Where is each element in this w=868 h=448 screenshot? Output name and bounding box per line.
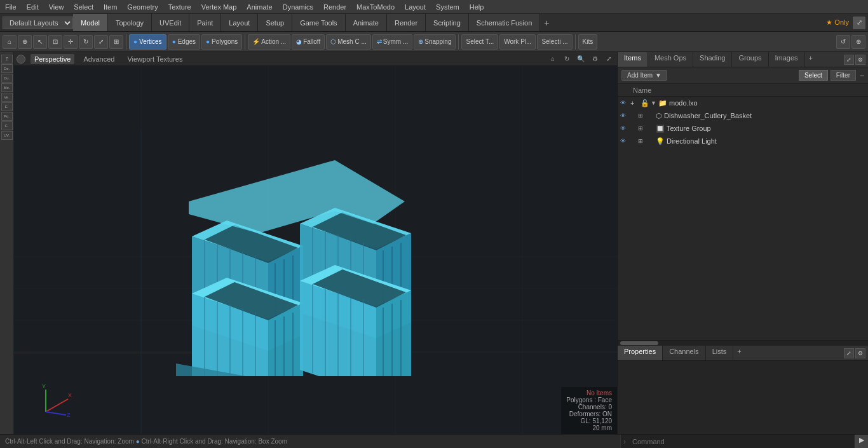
viewport-tab-perspective[interactable]: Perspective	[31, 54, 74, 64]
sidebar-btn-9[interactable]: UV.	[1, 131, 13, 140]
toolbar-symm-button[interactable]: ⇌ Symm ...	[372, 34, 412, 50]
viewport[interactable]: Perspective Advanced Viewport Textures ⌂…	[14, 52, 617, 434]
tree-eye-texture[interactable]: 👁	[620, 125, 630, 132]
toolbar-rotate-icon[interactable]: ↻	[79, 35, 93, 49]
right-tab-groups[interactable]: Groups	[732, 52, 768, 67]
toolbar-selecti-button[interactable]: Selecti ...	[537, 34, 572, 50]
sidebar-btn-8[interactable]: C.	[1, 121, 13, 130]
layout-tab-uvedit[interactable]: UVEdit	[152, 14, 189, 31]
menu-maxtomodo[interactable]: MaxToModo	[351, 2, 400, 12]
layout-tab-render[interactable]: Render	[387, 14, 426, 31]
items-select-button[interactable]: Select	[799, 70, 828, 81]
layout-tab-topology[interactable]: Topology	[108, 14, 152, 31]
tree-icon-add[interactable]: +	[630, 99, 641, 107]
sidebar-btn-3[interactable]: Du.	[1, 74, 13, 83]
lr-tab-properties[interactable]: Properties	[618, 346, 663, 360]
layout-tab-animate[interactable]: Animate	[346, 14, 387, 31]
tree-item-texture[interactable]: 👁 ⊞ 🔲 Texture Group	[618, 122, 868, 135]
viewport-tab-advanced[interactable]: Advanced	[79, 54, 118, 64]
sidebar-btn-1[interactable]: Fi.	[1, 55, 13, 64]
tree-eye-light[interactable]: 👁	[620, 138, 630, 144]
toolbar-falloff-button[interactable]: ◕ Falloff	[292, 34, 325, 50]
menu-geometry[interactable]: Geometry	[122, 2, 163, 12]
toolbar-action-button[interactable]: ⚡ Action ...	[248, 34, 290, 50]
command-area[interactable]: › ▶	[620, 435, 868, 448]
layout-expand-button[interactable]: ⤢	[853, 17, 865, 29]
items-tree[interactable]: 👁 + 🔓 ▼ 📁 modo.lxo 👁 ⊞ ⬡ Dishwasher_Cutl…	[618, 97, 868, 340]
toolbar-polygons-button[interactable]: ● Polygons	[201, 34, 242, 50]
tree-expand-arrow[interactable]: ▼	[651, 100, 658, 106]
right-tab-images[interactable]: Images	[769, 52, 805, 67]
menu-view[interactable]: View	[44, 2, 69, 12]
add-item-button[interactable]: Add Item ▼	[621, 70, 667, 81]
toolbar-select-tools-button[interactable]: Select T...	[461, 34, 498, 50]
items-minus-button[interactable]: −	[860, 71, 864, 80]
menu-vertex-map[interactable]: Vertex Map	[196, 2, 242, 12]
right-panel-settings-icon[interactable]: ⚙	[855, 55, 865, 65]
menu-help[interactable]: Help	[465, 2, 489, 12]
toolbar-add-icon[interactable]: ⊕	[851, 35, 865, 49]
sidebar-btn-4[interactable]: Me.	[1, 83, 13, 92]
toolbar-scale-icon[interactable]: ⤢	[94, 35, 108, 49]
right-tab-add-button[interactable]: +	[805, 52, 817, 67]
menu-texture[interactable]: Texture	[163, 2, 196, 12]
menu-layout[interactable]: Layout	[400, 2, 431, 12]
viewport-nav-expand-icon[interactable]: ⤢	[603, 53, 614, 65]
menu-edit[interactable]: Edit	[22, 2, 44, 12]
tree-item-light[interactable]: 👁 ⊞ 💡 Directional Light	[618, 135, 868, 147]
menu-render[interactable]: Render	[318, 2, 351, 12]
viewport-nav-settings-icon[interactable]: ⚙	[589, 53, 600, 65]
lr-tab-channels[interactable]: Channels	[663, 346, 705, 360]
toolbar-move-icon[interactable]: ✛	[64, 35, 78, 49]
layout-tab-paint[interactable]: Paint	[189, 14, 221, 31]
toolbar-select-icon[interactable]: ⊡	[48, 35, 62, 49]
toolbar-snapping-button[interactable]: ⊕ Snapping	[414, 34, 456, 50]
menu-animate[interactable]: Animate	[241, 2, 277, 12]
lr-tab-add-button[interactable]: +	[733, 346, 745, 360]
layout-tab-model[interactable]: Model	[73, 14, 108, 31]
toolbar-transform-icon[interactable]: ⊞	[109, 35, 123, 49]
items-filter-button[interactable]: Filter	[831, 70, 856, 81]
menu-dynamics[interactable]: Dynamics	[278, 2, 318, 12]
tree-eye-mesh[interactable]: 👁	[620, 112, 630, 119]
viewport-nav-home-icon[interactable]: ⌂	[547, 53, 559, 65]
items-tree-scrollbar[interactable]	[618, 340, 868, 345]
viewport-menu-button[interactable]	[17, 55, 25, 64]
layout-tab-layout[interactable]: Layout	[221, 14, 258, 31]
layout-tab-schematic[interactable]: Schematic Fusion	[469, 14, 540, 31]
menu-item[interactable]: Item	[98, 2, 122, 12]
viewport-nav-zoom-icon[interactable]: 🔍	[575, 53, 587, 65]
sidebar-btn-2[interactable]: De.	[1, 64, 13, 73]
viewport-canvas[interactable]: X Y Z No Items Polygons : Face Channels:…	[14, 66, 617, 434]
toolbar-work-plane-button[interactable]: Work Pl...	[499, 34, 536, 50]
menu-system[interactable]: System	[431, 2, 465, 12]
right-tab-items[interactable]: Items	[618, 52, 648, 67]
viewport-nav-orbit-icon[interactable]: ↻	[561, 53, 573, 65]
menu-file[interactable]: File	[0, 2, 22, 12]
layout-tab-gametools[interactable]: Game Tools	[292, 14, 346, 31]
scrollbar-thumb[interactable]	[620, 341, 658, 345]
toolbar-vertices-button[interactable]: ● Vertices	[129, 34, 166, 50]
sidebar-btn-7[interactable]: Po.	[1, 112, 13, 121]
lr-expand-icon[interactable]: ⤢	[844, 348, 854, 358]
viewport-tab-textures[interactable]: Viewport Textures	[123, 54, 186, 64]
tree-icon-lock[interactable]: 🔓	[641, 99, 651, 107]
right-panel-expand-icon[interactable]: ⤢	[844, 55, 854, 65]
toolbar-globe-icon[interactable]: ⊕	[18, 35, 32, 49]
toolbar-mesh-button[interactable]: ⬡ Mesh C ...	[326, 34, 371, 50]
toolbar-edges-button[interactable]: ● Edges	[168, 34, 200, 50]
toolbar-kits-button[interactable]: Kits	[578, 34, 598, 50]
layout-tab-scripting[interactable]: Scripting	[426, 14, 469, 31]
lr-tab-lists[interactable]: Lists	[706, 346, 734, 360]
toolbar-cursor-icon[interactable]: ↖	[33, 35, 47, 49]
layout-add-tab-button[interactable]: +	[540, 17, 553, 29]
tree-item-mesh[interactable]: 👁 ⊞ ⬡ Dishwasher_Cutlery_Basket	[618, 109, 868, 122]
right-tab-mesh-ops[interactable]: Mesh Ops	[648, 52, 693, 67]
command-input[interactable]	[628, 438, 855, 445]
sidebar-btn-6[interactable]: E.	[1, 102, 13, 111]
toolbar-home-icon[interactable]: ⌂	[3, 35, 17, 49]
layout-tab-setup[interactable]: Setup	[258, 14, 292, 31]
tree-eye-root[interactable]: 👁	[620, 100, 630, 106]
lr-settings-icon[interactable]: ⚙	[855, 348, 865, 358]
right-tab-shading[interactable]: Shading	[693, 52, 732, 67]
